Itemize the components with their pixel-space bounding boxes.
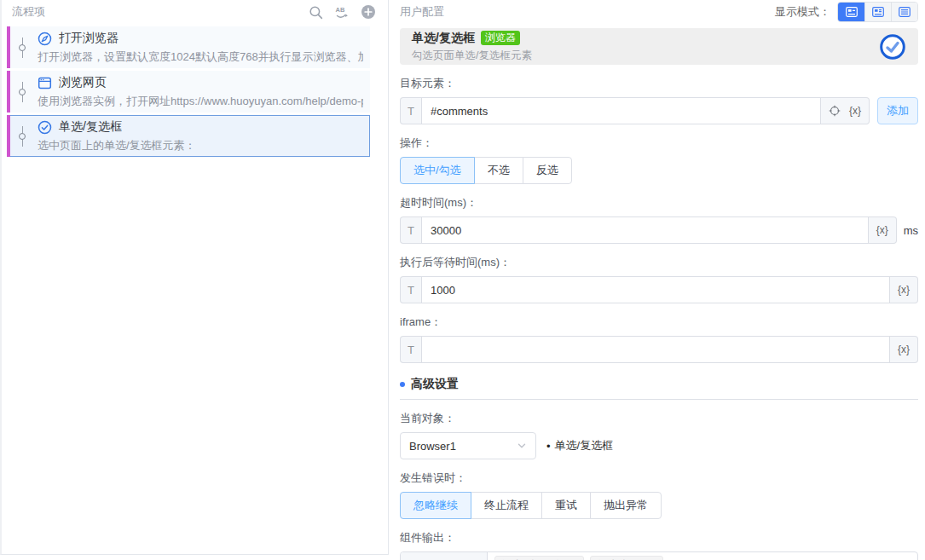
error-throw-button[interactable]: 抛出异常: [590, 492, 662, 519]
display-mode-label: 显示模式：: [775, 4, 830, 20]
operation-label: 操作：: [400, 136, 918, 151]
operation-check-button[interactable]: 选中/勾选: [400, 157, 475, 184]
component-summary-card: 单选/复选框 浏览器 勾选页面单选/复选框元素: [400, 28, 918, 65]
text-type-prefix: T: [400, 276, 421, 303]
timeout-unit: ms: [904, 224, 918, 237]
wait-after-row: T {x}: [400, 276, 918, 303]
error-stop-button[interactable]: 终止流程: [471, 492, 542, 519]
component-check-icon: [879, 33, 906, 61]
user-config-title: 用户配置: [400, 4, 775, 20]
step-description: 使用浏览器实例，打开网址https://www.huoyuyan.com/hel…: [38, 94, 363, 108]
iframe-label: iframe：: [400, 315, 918, 330]
output-variable-tag[interactable]: 输出变量 +0: [590, 556, 663, 560]
variable-icon[interactable]: {x}: [849, 105, 861, 117]
display-mode-group: [837, 2, 918, 22]
text-type-prefix: T: [400, 97, 421, 124]
app-window: 流程项 AB: [0, 0, 925, 560]
on-error-group: 忽略继续 终止流程 重试 抛出异常: [400, 492, 918, 519]
operation-uncheck-button[interactable]: 不选: [474, 157, 523, 184]
display-mode-detail-button[interactable]: [838, 3, 864, 21]
target-element-label: 目标元素：: [400, 76, 918, 91]
pick-element-crosshair-icon[interactable]: [829, 105, 841, 117]
error-retry-button[interactable]: 重试: [541, 492, 591, 519]
current-object-note: 单选/复选框: [555, 438, 614, 453]
step-title: 单选/复选框: [59, 119, 122, 135]
chevron-down-icon: [517, 441, 527, 451]
svg-text:AB: AB: [336, 6, 345, 14]
user-config-header: 用户配置 显示模式：: [400, 0, 918, 24]
flow-steps-header: 流程项 AB: [2, 0, 388, 24]
target-element-input[interactable]: [421, 97, 821, 124]
step-node-icon: [7, 119, 38, 153]
rename-icon[interactable]: AB: [334, 5, 350, 20]
output-type: System.Object: [401, 552, 488, 560]
component-title: 单选/复选框: [412, 31, 475, 46]
add-step-icon[interactable]: [361, 4, 376, 20]
note-bullet: •: [546, 440, 551, 453]
browser-compass-icon: [38, 32, 52, 46]
timeout-label: 超时时间(ms)：: [400, 195, 918, 211]
error-ignore-button[interactable]: 忽略继续: [400, 492, 471, 519]
display-mode: 显示模式：: [775, 2, 918, 22]
output-next-component-tag[interactable]: 输出到下一组件: [494, 556, 585, 560]
timeout-input[interactable]: [421, 216, 869, 244]
step-description: 打开浏览器，设置默认宽度1024默认高度768并执行显示浏览器、加载图...: [38, 49, 363, 64]
flow-step-open-browser[interactable]: 打开浏览器 打开浏览器，设置默认宽度1024默认高度768并执行显示浏览器、加载…: [7, 26, 370, 68]
text-type-prefix: T: [400, 216, 421, 244]
current-object-row: Browser1 • 单选/复选框: [400, 432, 918, 459]
step-node-icon: [7, 75, 38, 108]
step-title: 浏览网页: [59, 75, 107, 90]
flow-steps-title: 流程项: [12, 4, 309, 20]
iframe-input[interactable]: [421, 336, 890, 363]
browser-window-icon: [38, 76, 52, 90]
operation-toggle-button[interactable]: 反选: [523, 157, 572, 184]
flow-steps-panel: 流程项 AB: [0, 0, 389, 555]
display-mode-list-button[interactable]: [891, 3, 917, 21]
flow-step-browse-page[interactable]: 浏览网页 使用浏览器实例，打开网址https://www.huoyuyan.co…: [7, 71, 370, 113]
flow-steps-toolbar: AB: [309, 4, 376, 20]
step-description: 选中页面上的单选/复选框元素：: [38, 138, 363, 153]
step-node-icon: [7, 31, 38, 64]
current-object-select[interactable]: Browser1: [400, 432, 536, 459]
timeout-row: T {x} ms: [400, 216, 918, 244]
add-target-button[interactable]: 添加: [877, 97, 918, 124]
component-output-label: 组件输出：: [400, 530, 918, 546]
current-object-value: Browser1: [409, 440, 456, 453]
advanced-settings-dot-icon: [400, 382, 405, 387]
iframe-row: T {x}: [400, 336, 918, 363]
user-config-panel: 用户配置 显示模式： 单选/复选框: [389, 0, 925, 560]
variable-icon[interactable]: {x}: [898, 284, 910, 296]
variable-icon[interactable]: {x}: [876, 224, 888, 236]
target-element-row: T {x} 添加: [400, 97, 918, 124]
wait-after-label: 执行后等待时间(ms)：: [400, 255, 918, 270]
browser-badge: 浏览器: [481, 31, 520, 45]
advanced-settings-title: 高级设置: [411, 377, 459, 392]
search-icon[interactable]: [309, 5, 323, 20]
component-subtitle: 勾选页面单选/复选框元素: [412, 49, 532, 63]
flow-step-checkbox[interactable]: 单选/复选框 选中页面上的单选/复选框元素：: [7, 115, 370, 157]
on-error-label: 发生错误时：: [400, 471, 918, 486]
check-circle-icon: [38, 120, 52, 135]
step-title: 打开浏览器: [59, 31, 119, 46]
operation-group: 选中/勾选 不选 反选: [400, 157, 918, 184]
component-output-select[interactable]: System.Object 输出到下一组件 输出变量 +0: [400, 551, 918, 560]
wait-after-input[interactable]: [421, 276, 890, 303]
display-mode-medium-button[interactable]: [864, 3, 891, 21]
current-object-label: 当前对象：: [400, 411, 918, 426]
variable-icon[interactable]: {x}: [898, 344, 910, 355]
flow-steps-list: 打开浏览器 打开浏览器，设置默认宽度1024默认高度768并执行显示浏览器、加载…: [2, 24, 388, 157]
advanced-settings-header[interactable]: 高级设置: [400, 377, 918, 400]
text-type-prefix: T: [400, 336, 421, 363]
